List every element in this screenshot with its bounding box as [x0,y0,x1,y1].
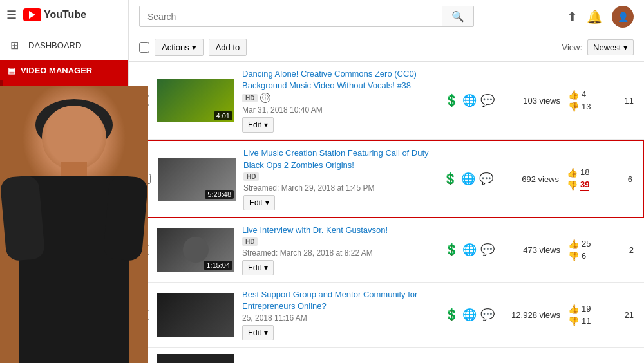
edit-label-2: Edit [249,198,263,207]
video-date-4: 25, 2018 11:16 AM [242,313,437,322]
visibility-icon-3[interactable]: 🌐 [462,243,477,257]
likes-count-2: 18 [580,167,589,177]
video-thumbnail-5[interactable] [157,354,234,363]
sidebar-item-videos[interactable]: Videos [0,80,128,99]
comment-icon-2[interactable]: 💬 [479,172,493,186]
sidebar-item-analytics[interactable]: 📊 ANALYTICS [0,201,128,224]
edit-label-1: Edit [248,120,261,129]
avatar[interactable]: 👤 [612,6,634,28]
monetize-icon-1[interactable]: 💲 [444,93,459,107]
visibility-icon-1[interactable]: 🌐 [462,93,477,107]
search-input[interactable] [140,8,442,26]
channel-label: CHANNEL [28,185,68,195]
edit-button-1[interactable]: Edit ▾ [242,117,274,133]
edit-chevron-3: ▾ [264,263,268,272]
sidebar-item-dashboard[interactable]: ⊞ DASHBOARD [0,34,128,57]
sidebar: ☰ YouTube ⊞ DASHBOARD ▤ VIDEO MANAGER Vi… [0,0,129,363]
video-manager-header[interactable]: ▤ VIDEO MANAGER [0,60,128,80]
view-select[interactable]: Newest ▾ [587,39,634,55]
sidebar-item-channel[interactable]: 📻 CHANNEL [0,179,128,201]
video-thumbnail-1[interactable]: 4:01 [157,79,234,122]
row-checkbox-2[interactable] [140,174,151,184]
visibility-icon-4[interactable]: 🌐 [462,308,477,322]
video-tags-2: HD [243,172,435,181]
video-engagement-2: 👍 18 👎 39 [567,167,599,191]
video-title-3[interactable]: Live Interview with Dr. Kent Gustavson! [242,225,437,236]
monetize-icon-2[interactable]: 💲 [443,172,457,186]
dislikes-row-3: 👎 6 [568,251,586,261]
video-title-2[interactable]: Live Music Creation Station Featuring Ca… [243,147,435,171]
comments-1: 11 [608,96,634,106]
hd-badge-3: HD [242,237,258,246]
sidebar-item-create[interactable]: ✏️ CR... [0,254,128,276]
notification-icon[interactable]: 🔔 [587,9,603,24]
video-thumbnail-3[interactable]: 1:15:04 [157,228,234,272]
video-tags-1: HD ⓘ [242,93,437,103]
edit-button-2[interactable]: Edit ▾ [243,195,275,210]
video-action-icons-1: 💲 🌐 💬 [444,93,495,107]
views-4: 12,928 views [511,310,560,320]
likes-row-3: 👍 25 [568,239,591,249]
select-all-checkbox[interactable] [139,42,149,53]
hamburger-icon[interactable]: ☰ [6,8,17,22]
dislikes-row-4: 👎 11 [568,316,591,326]
translations-label: TRANSLATIONS & TRANSCRIPTIONS [28,229,120,248]
video-engagement-4: 👍 19 👎 11 [568,304,600,326]
video-title-4[interactable]: Best Support Group and Mentor Community … [242,289,437,312]
sidebar-item-copyright[interactable]: Copyright Notices [0,118,128,136]
table-row: 4:01 Dancing Alone! Creative Commons Zer… [129,62,644,140]
video-thumbnail-4[interactable] [157,293,234,337]
dislikes-count-2: 39 [580,180,589,191]
sidebar-item-live-streaming[interactable]: 📡 LIVE STREAMING ▾ [0,136,128,156]
row-checkbox-1[interactable] [139,95,149,106]
visibility-icon-2[interactable]: 🌐 [461,172,475,186]
add-to-label: Add to [216,42,240,52]
comment-icon-4[interactable]: 💬 [480,308,495,322]
search-button[interactable]: 🔍 [442,6,473,26]
add-to-button[interactable]: Add to [209,39,247,56]
upload-icon[interactable]: ⬆ [567,9,578,24]
sidebar-header: ☰ YouTube [0,0,128,30]
video-tags-3: HD [242,237,437,246]
video-thumbnail-2[interactable]: 5:28:48 [158,158,236,201]
monetize-icon-3[interactable]: 💲 [444,243,459,257]
comments-3: 2 [608,245,634,255]
edit-button-4[interactable]: Edit ▾ [242,325,274,340]
monetize-icon-4[interactable]: 💲 [444,308,459,322]
table-row: #37 is So Bad I Cannot Help 💲 🌐 💬 136 [129,348,644,363]
search-box: 🔍 [139,6,474,27]
thumb-duration-3: 1:15:04 [204,261,232,270]
main-content: 🔍 ⬆ 🔔 👤 Actions ▾ Add to View: Newest ▾ [129,0,644,363]
sidebar-item-community[interactable]: 👥 COMMUNITY [0,156,128,179]
analytics-icon: 📊 [8,207,21,219]
hd-badge-1: HD [242,94,258,102]
dislikes-row-2: 👎 39 [567,180,589,191]
youtube-icon [23,8,41,21]
dislikes-count-3: 6 [582,251,586,261]
video-manager-icon: ▤ [8,66,15,75]
video-info-2: Live Music Creation Station Featuring Ca… [243,147,435,210]
top-bar: 🔍 ⬆ 🔔 👤 [129,0,644,33]
translations-icon: 🌐 [8,233,21,245]
video-stats-2: 692 views [501,174,559,184]
table-row: 1:15:04 Live Interview with Dr. Kent Gus… [129,218,644,283]
comments-4: 21 [608,310,634,320]
youtube-logo[interactable]: YouTube [23,8,86,21]
actions-button[interactable]: Actions ▾ [155,39,204,56]
row-checkbox-3[interactable] [139,245,149,255]
comment-icon-1[interactable]: 💬 [480,93,495,107]
likes-count-1: 4 [582,89,586,99]
thumb-duration-2: 5:28:48 [205,190,234,199]
comment-icon-3[interactable]: 💬 [480,243,495,257]
table-row: Best Support Group and Mentor Community … [129,283,644,348]
views-3: 473 views [523,245,560,255]
edit-button-3[interactable]: Edit ▾ [242,260,274,275]
analytics-label: ANALYTICS [28,208,74,218]
sidebar-item-translations[interactable]: 🌐 TRANSLATIONS & TRANSCRIPTIONS [0,224,128,254]
row-checkbox-4[interactable] [139,310,149,320]
actions-chevron-icon: ▾ [192,42,196,52]
info-badge-1[interactable]: ⓘ [260,93,270,103]
thumbdown-icon-2: 👎 [567,180,578,191]
video-title-1[interactable]: Dancing Alone! Creative Commons Zero (CC… [242,68,437,91]
sidebar-item-playlists[interactable]: Playlists [0,99,128,118]
